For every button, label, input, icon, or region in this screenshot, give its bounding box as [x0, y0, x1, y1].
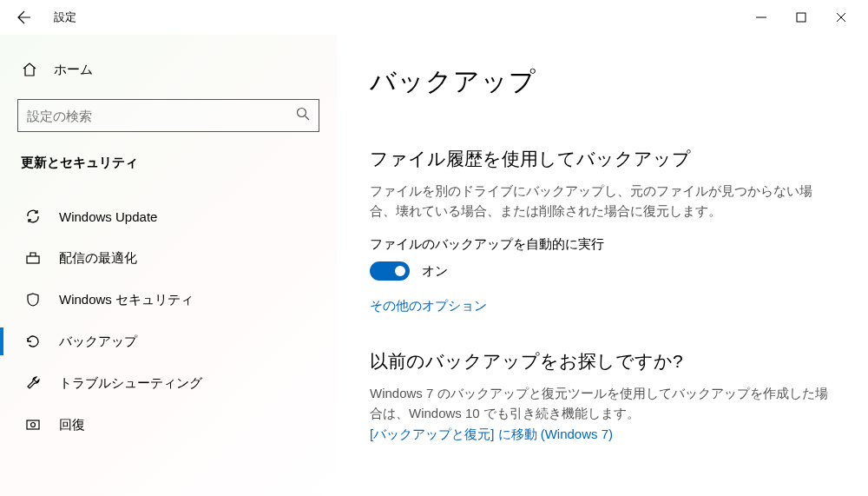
titlebar: 設定: [0, 0, 868, 35]
sidebar-item-label: 配信の最適化: [59, 250, 137, 267]
home-button[interactable]: ホーム: [17, 61, 319, 78]
recovery-icon: [24, 416, 42, 433]
svg-rect-5: [27, 420, 39, 429]
backup-restore-link[interactable]: [バックアップと復元] に移動 (Windows 7): [370, 427, 613, 443]
titlebar-left: 設定: [16, 9, 76, 26]
section-description: ファイルを別のドライブにバックアップし、元のファイルが見つからない場合、壊れてい…: [370, 182, 833, 221]
sidebar-item-windows-update[interactable]: Windows Update: [17, 195, 319, 237]
sidebar: ホーム 更新とセキュリティ Windows Update 配信の最適化 Wind…: [0, 35, 337, 496]
home-label: ホーム: [54, 62, 93, 78]
sidebar-item-label: バックアップ: [59, 334, 137, 350]
home-icon: [21, 61, 38, 78]
sidebar-item-windows-security[interactable]: Windows セキュリティ: [17, 279, 319, 321]
page-title: バックアップ: [370, 64, 833, 100]
toggle-label: ファイルのバックアップを自動的に実行: [370, 236, 833, 253]
svg-point-6: [31, 423, 36, 427]
main: ホーム 更新とセキュリティ Windows Update 配信の最適化 Wind…: [0, 35, 868, 496]
svg-point-2: [298, 109, 306, 117]
svg-rect-1: [797, 13, 806, 22]
window-title: 設定: [54, 10, 76, 25]
sidebar-item-recovery[interactable]: 回復: [17, 404, 319, 446]
search-icon: [296, 107, 310, 124]
delivery-icon: [24, 249, 42, 267]
more-options-link[interactable]: その他のオプション: [370, 298, 487, 314]
section-heading: ファイル履歴を使用してバックアップ: [370, 147, 833, 171]
maximize-button[interactable]: [781, 3, 821, 31]
svg-rect-4: [27, 256, 39, 263]
section-description: Windows 7 のバックアップと復元ツールを使用してバックアップを作成した場…: [370, 384, 833, 423]
window-controls: [741, 3, 861, 31]
sidebar-item-label: 回復: [59, 417, 85, 433]
search-input[interactable]: [27, 109, 296, 123]
svg-line-3: [306, 116, 310, 121]
shield-icon: [24, 291, 42, 308]
sidebar-item-delivery-optimization[interactable]: 配信の最適化: [17, 237, 319, 279]
back-button[interactable]: [16, 9, 33, 26]
sidebar-item-backup[interactable]: バックアップ: [17, 321, 319, 362]
sidebar-item-troubleshoot[interactable]: トラブルシューティング: [17, 362, 319, 404]
section-heading: 以前のバックアップをお探しですか?: [370, 349, 833, 374]
sidebar-section-header: 更新とセキュリティ: [17, 155, 319, 171]
backup-icon: [24, 333, 42, 350]
wrench-icon: [24, 374, 42, 392]
sidebar-item-label: トラブルシューティング: [59, 375, 202, 392]
sidebar-item-label: Windows Update: [59, 209, 157, 224]
minimize-button[interactable]: [741, 3, 781, 31]
section-previous-backups: 以前のバックアップをお探しですか? Windows 7 のバックアップと復元ツー…: [370, 349, 833, 443]
auto-backup-toggle[interactable]: [370, 261, 410, 281]
toggle-row: オン: [370, 261, 833, 281]
search-box[interactable]: [17, 99, 319, 132]
toggle-state: オン: [422, 263, 448, 280]
section-file-history: ファイル履歴を使用してバックアップ ファイルを別のドライブにバックアップし、元の…: [370, 147, 833, 314]
content: バックアップ ファイル履歴を使用してバックアップ ファイルを別のドライブにバック…: [337, 35, 868, 496]
sidebar-item-label: Windows セキュリティ: [59, 292, 194, 308]
sync-icon: [24, 208, 42, 225]
close-button[interactable]: [821, 3, 861, 31]
toggle-knob: [395, 266, 405, 276]
